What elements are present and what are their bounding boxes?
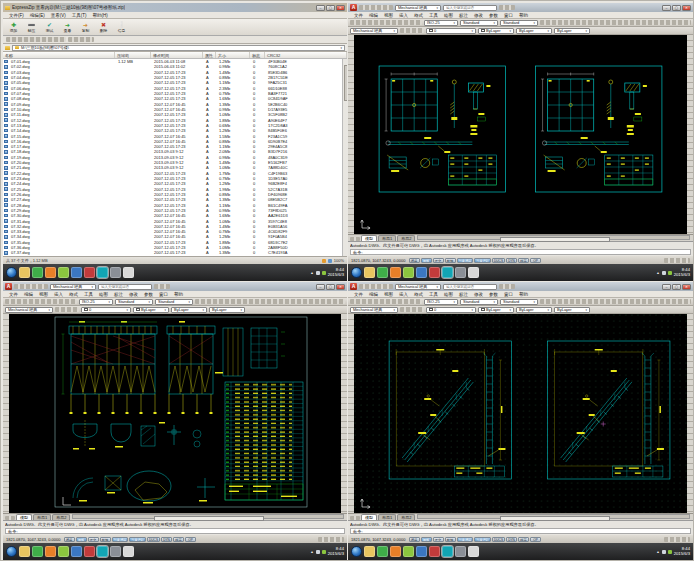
- small-toolbar-icons-2[interactable]: [68, 37, 94, 42]
- toolbar-button[interactable]: ❕ 信息: [114, 22, 129, 33]
- menu-item[interactable]: 编辑: [21, 292, 36, 297]
- maximize-button[interactable]: ▢: [326, 284, 335, 290]
- mode-toggle-button[interactable]: DYN: [161, 537, 172, 542]
- taskbar-icon[interactable]: [58, 267, 69, 278]
- mode-toggle-button[interactable]: DYN: [506, 258, 517, 263]
- address-dropdown-icon[interactable]: ▾: [340, 46, 342, 50]
- minimize-button[interactable]: –: [316, 284, 325, 290]
- start-button[interactable]: [351, 267, 362, 278]
- menu-item[interactable]: 绘图: [441, 13, 456, 18]
- tray-volume-icon[interactable]: [322, 550, 326, 554]
- workspace-select[interactable]: Mechanical 经典▾: [395, 284, 441, 290]
- workspace-select[interactable]: Mechanical 经典▾: [50, 284, 96, 290]
- col-flag[interactable]: 标志: [250, 52, 265, 58]
- start-button[interactable]: [6, 267, 17, 278]
- workspace-select-2[interactable]: Mechanical 经典▾: [350, 28, 398, 34]
- dim-style-select[interactable]: ISO-25▾: [424, 20, 458, 26]
- menu-item[interactable]: 插入: [396, 292, 411, 297]
- menu-item[interactable]: 标注: [456, 13, 471, 18]
- autocad-logo-icon[interactable]: A: [350, 283, 357, 290]
- taskbar-icon[interactable]: [364, 546, 375, 557]
- taskbar-icon[interactable]: [429, 267, 440, 278]
- cad-titlebar[interactable]: A Mechanical 经典▾ –▢✕: [348, 3, 693, 12]
- dim-style-select[interactable]: ISO-25▾: [424, 299, 458, 305]
- taskbar-icon[interactable]: [71, 267, 82, 278]
- menu-item[interactable]: 参数: [141, 292, 156, 297]
- layer-toolbar-icons[interactable]: [55, 307, 79, 312]
- toolbar-button[interactable]: ✖ 删除: [96, 22, 111, 33]
- menu-item[interactable]: 窗口: [501, 13, 516, 18]
- close-button[interactable]: ✕: [336, 284, 345, 290]
- taskbar-icon[interactable]: [97, 546, 108, 557]
- col-size[interactable]: 大小: [216, 52, 250, 58]
- taskbar-icon[interactable]: [403, 267, 414, 278]
- status-tray-icons[interactable]: [318, 537, 344, 542]
- taskbar-clock[interactable]: 8:442015/6/3: [328, 547, 344, 556]
- taskbar-icon[interactable]: [32, 546, 43, 557]
- workspace-select-2[interactable]: Mechanical 经典▾: [350, 307, 398, 313]
- taskbar-icon[interactable]: [390, 546, 401, 557]
- tray-network-icon[interactable]: [316, 271, 320, 275]
- toolbar-button[interactable]: ✔ 测试: [42, 22, 57, 33]
- taskbar-icon[interactable]: [416, 267, 427, 278]
- tray-volume-icon[interactable]: [668, 271, 672, 275]
- command-input[interactable]: 命令:: [350, 249, 691, 255]
- horizontal-scrollbar[interactable]: [417, 235, 690, 240]
- menu-item[interactable]: 帮助: [171, 292, 186, 297]
- start-button[interactable]: [351, 546, 362, 557]
- mode-toggle-button[interactable]: 捕捉: [64, 537, 75, 542]
- taskbar-icon[interactable]: [364, 267, 375, 278]
- taskbar-icon[interactable]: [84, 267, 95, 278]
- taskbar-icon[interactable]: [45, 546, 56, 557]
- menu-item[interactable]: 参数: [486, 292, 501, 297]
- address-input[interactable]: M:\三期10栋(98)图\07号楼\ ▾: [12, 45, 345, 51]
- quick-access-toolbar[interactable]: [359, 5, 393, 10]
- taskbar-icon[interactable]: [19, 546, 30, 557]
- linetype-select[interactable]: ByLayer▾: [516, 307, 552, 313]
- table-style-select[interactable]: Standard▾: [155, 299, 193, 305]
- mode-toggle-button[interactable]: QP: [530, 258, 541, 263]
- dim-style-select[interactable]: ISO-25▾: [79, 299, 113, 305]
- maximize-button[interactable]: ▢: [672, 284, 681, 290]
- stair-drawing-canvas[interactable]: [354, 314, 687, 513]
- infocenter-search-input[interactable]: [98, 284, 152, 290]
- table-style-select[interactable]: Standard▾: [500, 20, 538, 26]
- col-packed[interactable]: 压缩前: [115, 52, 151, 58]
- table-style-select[interactable]: Standard▾: [500, 299, 538, 305]
- lineweight-select[interactable]: ByLayer▾: [209, 307, 245, 313]
- menu-item[interactable]: 视图: [381, 13, 396, 18]
- taskbar-icon[interactable]: [455, 267, 466, 278]
- extra-toolbar-icons[interactable]: [195, 299, 345, 304]
- layer-select[interactable]: 0▾: [81, 307, 131, 313]
- taskbar-icon[interactable]: [403, 546, 414, 557]
- structure-drawing-canvas[interactable]: [9, 314, 341, 513]
- taskbar-icon[interactable]: [455, 546, 466, 557]
- color-select[interactable]: ByLayer▾: [478, 28, 514, 34]
- file-row[interactable]: 07-37.dwg 2007-12-05 17:23 A 1.3Mb 0 C7E…: [3, 250, 347, 255]
- mode-toggle-button[interactable]: 对象追踪: [474, 537, 491, 542]
- menu-item[interactable]: 帮助: [516, 292, 531, 297]
- menu-item[interactable]: 编辑: [366, 13, 381, 18]
- mode-toggle-button[interactable]: 对象追踪: [474, 258, 491, 263]
- tray-expand-icon[interactable]: ▲: [656, 550, 659, 554]
- horizontal-scrollbar[interactable]: [72, 514, 344, 519]
- extra-toolbar-icons[interactable]: [540, 20, 691, 25]
- close-button[interactable]: ✕: [682, 5, 691, 11]
- taskbar-icon[interactable]: [58, 546, 69, 557]
- menu-item[interactable]: 工具: [81, 292, 96, 297]
- menu-item[interactable]: 编辑: [366, 292, 381, 297]
- infocenter-icons[interactable]: [154, 284, 170, 289]
- taskbar-icon[interactable]: [429, 546, 440, 557]
- layer-toolbar-icons[interactable]: [400, 28, 424, 33]
- menu-item[interactable]: 修改: [471, 292, 486, 297]
- autocad-logo-icon[interactable]: A: [350, 4, 357, 11]
- col-attr[interactable]: 属性: [203, 52, 216, 58]
- mode-toggle-button[interactable]: 捕捉: [409, 537, 420, 542]
- taskbar-clock[interactable]: 8:44 2015/6/3: [328, 268, 344, 277]
- minimize-button[interactable]: –: [662, 284, 671, 290]
- standard-toolbar-icons[interactable]: [5, 299, 77, 304]
- maximize-button[interactable]: ▢: [326, 5, 335, 11]
- mode-toggle-button[interactable]: 极轴: [445, 258, 456, 263]
- infocenter-search-input[interactable]: [443, 284, 497, 290]
- close-button[interactable]: ✕: [336, 5, 345, 11]
